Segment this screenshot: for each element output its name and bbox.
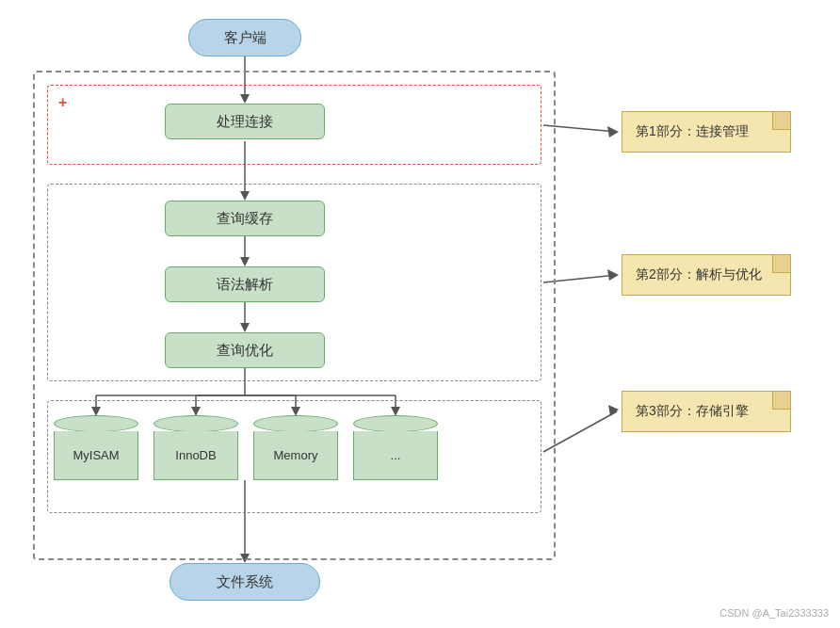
note-box-2: 第2部分：解析与优化 [622,254,791,296]
drum-dots-label: ... [391,448,401,462]
query-optimize-label: 查询优化 [217,342,273,360]
note1-label: 第1部分：连接管理 [636,123,749,140]
filesystem-node: 文件系统 [170,563,320,601]
drum-innodb-top [153,415,238,432]
drum-memory-body: Memory [253,431,338,480]
client-label: 客户端 [224,29,267,47]
svg-marker-28 [608,405,619,416]
drum-innodb-body: InnoDB [153,431,238,480]
query-cache-label: 查询缓存 [217,210,273,228]
handle-connection-label: 处理连接 [217,113,273,131]
drum-dots: ... [353,414,438,480]
syntax-parse-box: 语法解析 [165,266,325,302]
plus-sign: + [58,94,67,111]
svg-marker-24 [607,126,619,137]
drum-dots-body: ... [353,431,438,480]
note-box-3: 第3部分：存储引擎 [622,391,791,432]
drum-memory-label: Memory [274,448,318,462]
note2-label: 第2部分：解析与优化 [636,266,762,283]
query-cache-box: 查询缓存 [165,201,325,236]
drum-myisam-label: MyISAM [73,448,119,462]
svg-marker-26 [607,269,619,281]
note3-label: 第3部分：存储引擎 [636,403,749,420]
drum-memory: Memory [253,414,338,480]
drum-dots-top [353,415,438,432]
drum-innodb-label: InnoDB [175,448,216,462]
watermark: CSDN @A_Tai2333333 [719,607,829,619]
drum-myisam-top [54,415,138,432]
client-node: 客户端 [188,19,301,56]
diagram-container: 客户端 + 处理连接 查询缓存 语法解析 查询优化 MyISAM InnoDB [0,0,840,628]
handle-connection-box: 处理连接 [165,104,325,139]
note-box-1: 第1部分：连接管理 [622,111,791,153]
filesystem-label: 文件系统 [217,573,273,591]
syntax-parse-label: 语法解析 [217,276,273,294]
drum-innodb: InnoDB [153,414,238,480]
drum-memory-top [253,415,338,432]
query-optimize-box: 查询优化 [165,332,325,368]
drum-myisam: MyISAM [54,414,138,480]
drum-myisam-body: MyISAM [54,431,138,480]
